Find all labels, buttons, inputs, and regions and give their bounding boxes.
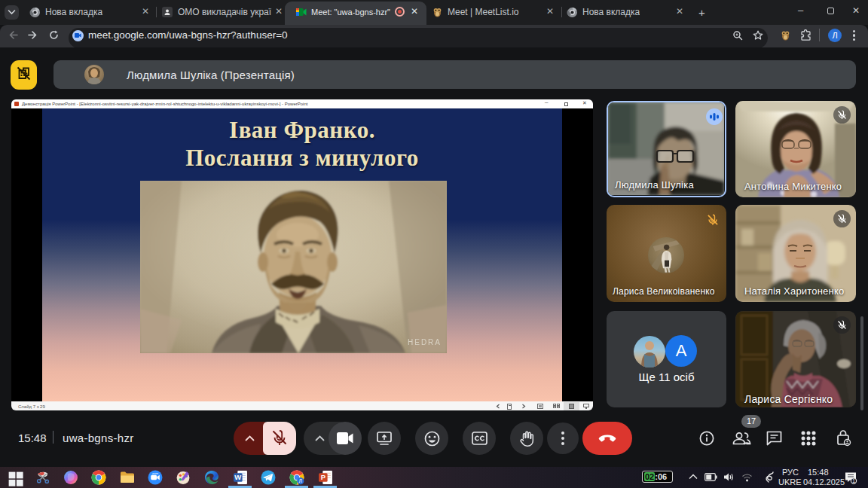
svg-text:zoom: zoom — [152, 472, 158, 475]
svg-text:1: 1 — [852, 478, 855, 483]
svg-text:HEDRA: HEDRA — [408, 338, 442, 346]
svg-text:W: W — [234, 473, 241, 481]
svg-text:P: P — [321, 473, 326, 481]
svg-text:Л: Л — [298, 478, 301, 483]
